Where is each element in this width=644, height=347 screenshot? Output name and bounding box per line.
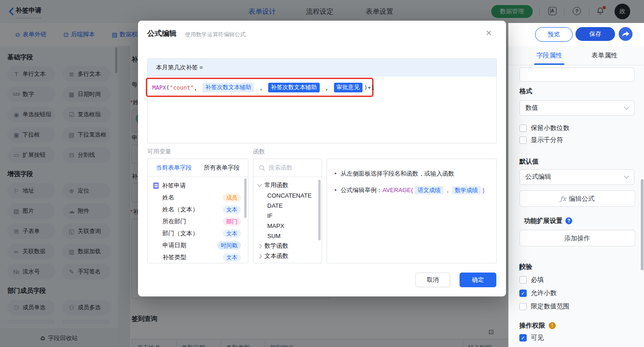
cancel-button[interactable]: 取消: [415, 273, 450, 287]
document-icon: [153, 182, 159, 189]
function-item[interactable]: SUM: [253, 231, 322, 241]
formula-editor[interactable]: 本月第几次补签 =: [147, 58, 497, 143]
checkbox-box[interactable]: [519, 303, 527, 310]
properties-tab[interactable]: 表单属性: [592, 51, 617, 60]
active-tab-underline: [534, 63, 564, 65]
checkbox-box[interactable]: ✓: [519, 334, 527, 341]
chevron-down-icon: [624, 104, 629, 109]
field-token[interactable]: 审批意见: [334, 83, 362, 92]
functions-label: 函数: [253, 148, 265, 156]
field-type-badge: 文本: [223, 229, 241, 238]
default-value: 公式编辑: [525, 173, 551, 181]
permission-label: 操作权限!: [519, 322, 556, 330]
variable-field-row[interactable]: 补签类型文本: [148, 251, 248, 263]
variables-tab[interactable]: 当前表单字段: [156, 164, 192, 172]
formula-edit-dialog: 公式编辑 使用数学运算符编辑公式 × 本月第几次补签 = MAPX("count…: [138, 21, 506, 296]
tree-chevron-icon: [258, 254, 262, 258]
search-icon: [259, 165, 265, 171]
app-window: 补签申请 表单设计流程设定表单设置 数据管理 A ? 政 ⊘表单外链⊡后端脚本▤…: [0, 0, 644, 347]
dialog-title: 公式编辑: [147, 29, 177, 39]
fx-icon: ƒx: [560, 195, 566, 202]
close-icon[interactable]: ×: [486, 28, 492, 38]
field-type-badge: 文本: [223, 253, 241, 262]
add-action-button[interactable]: 添加操作: [519, 230, 635, 246]
checkbox-box[interactable]: [519, 276, 527, 284]
checkbox-box[interactable]: ✓: [519, 290, 527, 297]
checkbox-可见[interactable]: ✓可见: [519, 334, 544, 342]
search-placeholder: 搜索函数: [269, 164, 293, 172]
field-type-badge: 文本: [223, 205, 241, 214]
panel-scrollbar[interactable]: [641, 179, 644, 270]
formula-target-label: 本月第几次补签 =: [148, 59, 496, 76]
function-item[interactable]: DATE: [253, 200, 322, 210]
function-item[interactable]: CONCATENATE: [253, 190, 322, 200]
share-button[interactable]: [619, 27, 632, 41]
default-value-label: 默认值: [519, 158, 539, 166]
function-item[interactable]: IF: [253, 210, 322, 221]
variables-tree-root[interactable]: 补签申请: [148, 180, 248, 192]
save-button[interactable]: 保存: [575, 27, 615, 41]
example-field-token: 语文成绩: [415, 186, 443, 194]
variable-field-row[interactable]: 部门（文本）文本: [148, 228, 248, 239]
properties-tab[interactable]: 字段属性: [536, 51, 562, 60]
field-type-badge: 成员: [223, 193, 241, 202]
help-line: •从左侧面板选择字段名和函数，或输入函数: [334, 169, 489, 178]
dialog-subtitle: 使用数学运算符编辑公式: [185, 31, 246, 39]
format-label: 格式: [519, 87, 532, 96]
format-select[interactable]: 数值: [519, 100, 634, 116]
checkbox-保留小数位数[interactable]: 保留小数位数: [519, 124, 569, 132]
checkbox-显示千分符[interactable]: 显示千分符: [519, 136, 563, 144]
function-group[interactable]: 文本函数: [253, 251, 322, 261]
tree-chevron-icon: [258, 244, 262, 248]
function-search-input[interactable]: 搜索函数: [253, 159, 322, 177]
formula-expression[interactable]: MAPX("count", 补签次数文本辅助 , 补签次数文本辅助 , 审批意见…: [152, 83, 374, 92]
edit-formula-button[interactable]: ƒx编辑公式: [519, 190, 635, 207]
modal-overlay: [0, 0, 644, 23]
checkbox-允许小数[interactable]: ✓允许小数: [519, 289, 557, 297]
default-value-select[interactable]: 公式编辑: [519, 169, 634, 185]
confirm-button[interactable]: 确定: [460, 273, 496, 287]
format-value: 数值: [525, 104, 538, 112]
properties-panel: 字段属性表单属性 格式 数值 保留小数位数显示千分符 默认值 公式编辑 ƒx编辑…: [508, 46, 644, 347]
variables-tab[interactable]: 所有表单字段: [204, 164, 240, 172]
field-token[interactable]: 补签次数文本辅助: [202, 83, 254, 92]
help-example-line: • 公式编辑举例：AVERAGE(语文成绩 , 数学成绩): [334, 186, 489, 195]
function-item[interactable]: MAPX: [253, 221, 322, 231]
checkbox-限定数值范围[interactable]: 限定数值范围: [519, 302, 569, 311]
formula-help-panel: •从左侧面板选择字段名和函数，或输入函数 • 公式编辑举例：AVERAGE(语文…: [327, 159, 497, 263]
variables-panel: 当前表单字段所有表单字段 补签申请 姓名成员姓名（文本）文本所在部门部门部门（文…: [147, 159, 248, 263]
string-argument: "count": [170, 84, 194, 91]
properties-tabs: 字段属性表单属性: [509, 46, 644, 65]
function-group[interactable]: 常用函数: [253, 180, 322, 190]
variables-tabs: 当前表单字段所有表单字段: [148, 159, 248, 177]
tree-chevron-icon: [258, 182, 262, 187]
variable-field-row[interactable]: 所在部门部门: [148, 216, 248, 228]
preview-button[interactable]: 预览: [535, 27, 573, 42]
chevron-down-icon: [624, 173, 629, 178]
functions-scrollbar[interactable]: [318, 180, 321, 240]
validation-label: 校验: [519, 263, 532, 271]
functions-panel: 搜索函数 常用函数CONCATENATEDATEIFMAPXSUM数学函数文本函…: [253, 159, 322, 263]
checkbox-box[interactable]: [519, 125, 527, 132]
description-input[interactable]: [519, 68, 634, 82]
variables-label: 可用变量: [147, 148, 171, 156]
checkbox-必填[interactable]: 必填: [519, 276, 544, 284]
extension-settings-label: 功能扩展设置?: [524, 217, 572, 225]
field-type-badge: 部门: [223, 217, 241, 226]
variable-field-row[interactable]: 申请日期时间戳: [148, 239, 248, 251]
variable-field-row[interactable]: 姓名成员: [148, 192, 248, 204]
function-name: MAPX: [152, 84, 166, 91]
function-group[interactable]: 数学函数: [253, 241, 322, 251]
help-circle-icon[interactable]: ?: [565, 217, 572, 224]
field-type-badge: 时间戳: [217, 241, 241, 250]
variables-scrollbar[interactable]: [244, 178, 247, 218]
variable-field-row[interactable]: 姓名（文本）文本: [148, 204, 248, 216]
warning-circle-icon: !: [549, 322, 556, 329]
example-field-token: 数学成绩: [452, 186, 481, 194]
field-token[interactable]: 补签次数文本辅助: [268, 83, 320, 92]
checkbox-box[interactable]: [519, 137, 527, 144]
